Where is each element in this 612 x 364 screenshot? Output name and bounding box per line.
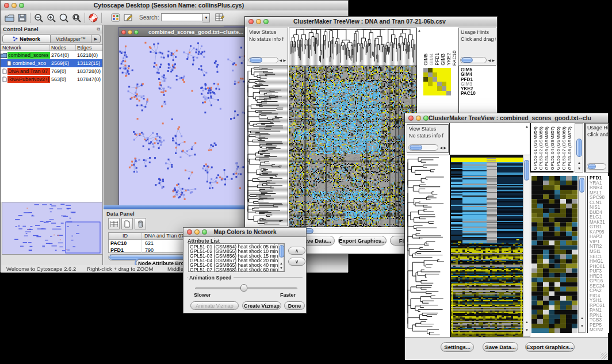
scroll-left-icon[interactable]: ◀ xyxy=(488,59,491,62)
scroll-up-icon[interactable]: ▲ xyxy=(580,316,584,320)
matrix-cell[interactable] xyxy=(433,91,437,95)
scroll-right-icon[interactable]: ▶ xyxy=(283,59,286,62)
heatmap-column-label[interactable]: GPL51-02 (GSM855) xyxy=(538,127,544,170)
matrix-cell[interactable] xyxy=(446,82,451,86)
minimize-icon[interactable] xyxy=(12,3,17,8)
network-view-1-titlebar[interactable]: combined_scores_good.txt--cluste... xyxy=(119,28,253,37)
matrix-cell[interactable] xyxy=(428,86,433,91)
usage-hints-hscrollbar[interactable] xyxy=(460,57,487,63)
heatmap-column-label[interactable]: GPL51-08 (GSM872) xyxy=(567,127,572,170)
scroll-up-icon[interactable]: ▲ xyxy=(418,29,421,32)
view-status-hscrollbar[interactable] xyxy=(408,144,438,151)
attribute-listbox[interactable]: GPL51-01 (GSM854) heat shock 05 minGPL51… xyxy=(188,243,285,272)
tab-network[interactable]: Network xyxy=(2,35,51,43)
tv2-gene-list[interactable]: PFD1YRA1RNR4MSL1SPC98CLN1NIS1BUD4ELG1MAK… xyxy=(587,176,609,333)
scrollbar-thumb[interactable] xyxy=(588,164,596,169)
scroll-down-icon[interactable]: ▼ xyxy=(577,167,581,170)
matrix-cell[interactable] xyxy=(446,86,451,91)
scrollbar-thumb[interactable] xyxy=(250,58,262,63)
search-dropdown-icon[interactable]: ▼ xyxy=(202,13,210,22)
minimize-icon[interactable] xyxy=(128,30,132,35)
matrix-cell[interactable] xyxy=(428,68,433,72)
select-attributes-icon[interactable] xyxy=(108,218,120,229)
zoom-window-icon[interactable] xyxy=(202,229,207,235)
matrix-cell[interactable] xyxy=(433,68,437,72)
minimize-icon[interactable] xyxy=(194,229,200,235)
matrix-cell[interactable] xyxy=(442,91,446,95)
scroll-left-icon[interactable]: ◀ xyxy=(439,146,442,150)
matrix-cell[interactable] xyxy=(428,77,433,82)
tab-vizmapper[interactable]: VizMapper™ xyxy=(51,35,91,43)
heatmap-column-label[interactable]: GIM4 xyxy=(429,53,434,66)
heatmap-column-label[interactable]: YKE2 xyxy=(446,53,452,66)
delete-attribute-trash-icon[interactable] xyxy=(135,218,146,229)
matrix-cell[interactable] xyxy=(446,91,451,95)
new-attribute-icon[interactable] xyxy=(121,218,133,229)
vizmap-nodes-icon[interactable] xyxy=(109,12,122,23)
tv1-heatmap-canvas[interactable] xyxy=(289,66,417,227)
tv1-row-dendrogram-canvas[interactable] xyxy=(247,66,288,226)
dialog-titlebar[interactable]: Map Colors to Network xyxy=(183,228,306,237)
zoom-selected-icon[interactable] xyxy=(70,12,83,23)
tab-overflow-arrow[interactable]: ▶ xyxy=(91,35,101,43)
annotation-icon[interactable] xyxy=(122,12,135,23)
network-canvas[interactable] xyxy=(119,37,253,207)
scroll-up-icon[interactable]: ▲ xyxy=(280,262,283,265)
matrix-cell[interactable] xyxy=(423,82,428,86)
close-icon[interactable] xyxy=(4,3,9,8)
matrix-cell[interactable] xyxy=(433,86,437,91)
heatmap-column-label[interactable]: GPL51-01 (GSM854) xyxy=(533,127,538,170)
view-status-hscrollbar[interactable] xyxy=(248,57,278,63)
scrollbar-thumb[interactable] xyxy=(461,58,473,63)
open-folder-icon[interactable] xyxy=(3,12,16,23)
move-up-button[interactable]: ∧ xyxy=(288,247,305,255)
help-ring-icon[interactable] xyxy=(87,12,100,23)
matrix-cell[interactable] xyxy=(433,77,437,82)
resize-grip[interactable] xyxy=(600,352,607,359)
matrix-cell[interactable] xyxy=(442,68,446,72)
scroll-left-icon[interactable]: ◀ xyxy=(279,59,282,62)
attribute-list-vscrollbar[interactable]: ▲ ▼ xyxy=(278,244,284,271)
scrollbar-thumb[interactable] xyxy=(279,245,284,258)
heatmap-column-label[interactable]: GPL51-04 (GSM857) xyxy=(550,127,555,170)
heatmap-column-label[interactable]: GPL51-06 (GSM865) xyxy=(556,127,561,170)
close-icon[interactable] xyxy=(408,116,414,121)
matrix-cell[interactable] xyxy=(423,77,428,82)
column-header-id[interactable]: ID xyxy=(109,233,142,239)
matrix-cell[interactable] xyxy=(442,86,446,91)
tv2-heatmap-vscrollbar[interactable]: ▲ ▼ xyxy=(523,155,530,337)
animation-speed-slider-thumb[interactable] xyxy=(240,284,247,292)
heatmap-row-label[interactable]: PAC10 xyxy=(461,91,496,96)
heatmap-column-label[interactable]: PFD1 xyxy=(435,53,440,66)
heatmap-column-label[interactable]: PAC10 xyxy=(452,51,457,66)
tv2-zoom-heatmap-canvas[interactable] xyxy=(531,176,577,333)
matrix-cell[interactable] xyxy=(433,82,437,86)
float-panel-icon[interactable]: ⧉ xyxy=(97,26,100,32)
table-row[interactable]: RNAPuberNov2+|563(0)107847(0) xyxy=(1,75,102,83)
window-controls[interactable] xyxy=(4,3,24,8)
tv2-zoom-vscrollbar[interactable]: ▲ ▼ xyxy=(578,176,586,333)
matrix-cell[interactable] xyxy=(442,72,446,77)
tv2-save-data-button[interactable]: Save Data... xyxy=(483,342,518,352)
create-vizmap-button[interactable]: Create Vizmap xyxy=(242,301,281,310)
zoom-in-icon[interactable] xyxy=(45,12,58,23)
scroll-up-icon[interactable]: ▲ xyxy=(525,320,529,324)
table-row[interactable]: combined_scores2764(0)16218(0) xyxy=(1,51,102,59)
scroll-down-icon[interactable]: ▼ xyxy=(280,266,283,270)
tv2-collabel-vscrollbar[interactable]: ▲ ▼ xyxy=(575,123,583,173)
scroll-up-icon[interactable]: ▲ xyxy=(577,161,581,164)
main-titlebar[interactable]: Cytoscape Desktop (Session Name: collins… xyxy=(1,1,348,10)
tv2-row-dendrogram-canvas[interactable] xyxy=(407,155,449,338)
matrix-cell[interactable] xyxy=(437,91,442,95)
table-row[interactable]: DNA and Tran 07769(0)183728(0) xyxy=(1,67,102,75)
close-icon[interactable] xyxy=(187,229,192,235)
scroll-right-icon[interactable]: ▶ xyxy=(443,146,446,150)
scroll-down-icon[interactable]: ▼ xyxy=(580,324,584,328)
matrix-cell[interactable] xyxy=(423,72,428,77)
tv1-export-graphics-button[interactable]: Export Graphics... xyxy=(338,236,387,246)
usage-hints-hscrollbar[interactable] xyxy=(587,163,606,170)
tv2-export-graphics-button[interactable]: Export Graphics... xyxy=(525,342,575,352)
heatmap-column-label[interactable]: GPL51-03 (GSM856) xyxy=(544,127,549,170)
matrix-cell[interactable] xyxy=(423,86,428,91)
scrollbar-thumb[interactable] xyxy=(576,139,582,157)
